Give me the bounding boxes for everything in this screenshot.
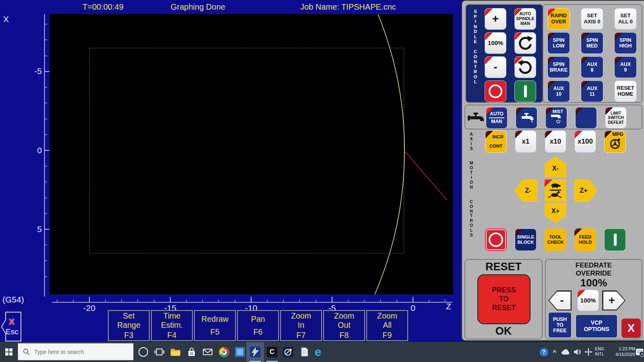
escape-button[interactable]: X Esc [1, 310, 23, 343]
redraw-button[interactable]: Redraw F5 [194, 310, 236, 341]
feedrate-100-button[interactable]: 100% [577, 290, 599, 311]
setup-aux-group: RAPID OVER SET AXIS 0 SET ALL 0 SPIN LOW… [543, 4, 642, 103]
jog-x1-button[interactable]: x1 [515, 130, 537, 153]
pan-key: F6 [254, 327, 263, 337]
task-view-icon [155, 348, 164, 356]
cnc-app-icon [250, 347, 260, 357]
auto-spindle-man-button[interactable]: AUTO SPINDLE MAN [514, 8, 536, 30]
jog-x-minus-button[interactable]: X- [545, 156, 566, 177]
microsoft-store-button[interactable] [184, 342, 200, 362]
mail-button[interactable] [200, 342, 216, 362]
onedrive-tray-button[interactable] [560, 342, 572, 362]
accessibility-tray-button[interactable] [583, 342, 594, 362]
jog-x1-label: x1 [522, 138, 530, 145]
feedrate-minus-button[interactable]: - [548, 290, 572, 311]
cnc-app-button-active[interactable] [246, 342, 264, 362]
cortana-button[interactable] [135, 342, 151, 362]
pan-button[interactable]: Pan F6 [237, 310, 279, 341]
set-range-button[interactable]: Set Range F3 [108, 310, 150, 341]
graph-region: T=00:00:49 Graphing Done Job Name: TIPSH… [0, 0, 456, 342]
spindle-ccw-button[interactable] [514, 56, 536, 78]
zoom-all-button[interactable]: Zoom All F9 [366, 310, 408, 341]
aux-8-button[interactable]: AUX 8 [581, 56, 603, 78]
spindle-100-percent-button[interactable]: 100% [485, 32, 506, 54]
search-input[interactable] [33, 348, 128, 356]
zoom-in-button[interactable]: Zoom In F7 [280, 310, 322, 341]
clockwise-arrow-icon [517, 35, 533, 51]
edge-button[interactable]: e [310, 342, 326, 362]
spindle-minus-button[interactable]: - [485, 56, 506, 78]
wizard-icon [283, 347, 293, 357]
jog-x100-button[interactable]: x100 [574, 130, 596, 153]
clock[interactable]: 1:23 PM 4/15/2020 [607, 346, 635, 358]
notification-center-button[interactable]: 3 [635, 342, 644, 362]
time-estimate-button[interactable]: Time Estim. F4 [151, 310, 193, 341]
push-to-free-button[interactable]: PUSH TO FREE [548, 312, 572, 338]
task-view-button[interactable] [151, 342, 167, 362]
limit-switch-defeat-button[interactable]: LIMIT SWITCH DEFEAT [605, 107, 627, 129]
spin-low-button[interactable]: SPIN LOW [547, 32, 570, 54]
mpg-button[interactable]: MPG [604, 130, 626, 153]
mist-coolant-button[interactable]: MIST [545, 107, 567, 129]
feed-hold-button[interactable]: FEED HOLD [574, 228, 596, 251]
aux-9-button[interactable]: AUX 9 [614, 56, 637, 78]
spin-high-button[interactable]: SPIN HIGH [614, 32, 637, 54]
spindle-start-button[interactable] [514, 80, 536, 102]
file-explorer-button[interactable] [167, 342, 184, 362]
counterclockwise-arrow-icon [517, 59, 533, 75]
set-axis-0-button[interactable]: SET AXIS 0 [581, 8, 603, 30]
jog-x-plus-button[interactable]: X+ [545, 203, 566, 224]
hidden-icons-button[interactable]: ^ [550, 342, 559, 362]
wcs-label: (G54) [2, 295, 24, 304]
coolant-spare-button[interactable] [575, 107, 597, 129]
rapid-over-button[interactable]: RAPID OVER [547, 8, 570, 30]
press-to-reset-button[interactable]: PRESS TO RESET [477, 274, 530, 324]
spindle-plus-button[interactable]: + [485, 8, 506, 30]
coolant-auto-man-button[interactable]: AUTO MAN [486, 107, 508, 129]
jog-x10-button[interactable]: x10 [545, 130, 566, 153]
rapid-move-line [405, 152, 447, 200]
set-all-0-button[interactable]: SET ALL 0 [614, 8, 637, 30]
zoom-out-label: Zoom Out [334, 311, 354, 330]
coolant-auto-label: AUTO [490, 111, 504, 117]
vcp-close-button[interactable]: X [621, 319, 641, 338]
rapid-over-label: RAPID OVER [551, 13, 567, 25]
spindle-stop-button[interactable] [485, 80, 506, 102]
incr-cont-button[interactable]: INCR CONT [485, 130, 507, 153]
feedrate-plus-button[interactable]: + [602, 290, 625, 311]
reset-home-button[interactable]: RESET HOME [614, 80, 637, 102]
zoom-out-button[interactable]: Zoom Out F8 [323, 310, 365, 341]
aux-10-button[interactable]: AUX 10 [547, 80, 570, 102]
centroid-app-button[interactable]: C [264, 342, 280, 362]
jog-z-minus-button[interactable]: Z- [514, 179, 537, 202]
jog-z-plus-button[interactable]: Z+ [574, 179, 598, 202]
wizard-app-button[interactable] [280, 342, 296, 362]
start-button[interactable] [0, 342, 18, 362]
single-block-button[interactable]: SINGLE BLOCK [515, 228, 537, 251]
chrome-button[interactable] [216, 342, 232, 362]
vcp-options-button[interactable]: VCP OPTIONS [576, 315, 617, 338]
taskbar-search[interactable] [18, 343, 134, 360]
cycle-start-button[interactable] [604, 228, 626, 251]
tool-check-button[interactable]: TOOL CHECK [545, 228, 566, 251]
escape-x-icon: X [9, 317, 14, 327]
aux-11-button[interactable]: AUX 11 [581, 80, 603, 102]
volume-tray-button[interactable] [572, 342, 583, 362]
redraw-key: F5 [211, 327, 220, 337]
time-estimate-key: F4 [167, 331, 177, 340]
spin-brake-button[interactable]: SPIN BRAKE [547, 56, 570, 78]
flood-faucet-icon [519, 112, 534, 124]
feedrate-override-value: 100% [546, 277, 642, 289]
flood-coolant-button[interactable] [516, 107, 537, 129]
store-bag-icon [187, 348, 196, 357]
reset-title: RESET [465, 261, 542, 273]
coolant-faucet-icon [467, 112, 485, 124]
get-help-tray-button[interactable]: ? [538, 342, 550, 362]
cycle-stop-button[interactable] [485, 228, 507, 251]
spindle-cw-button[interactable] [514, 32, 536, 54]
spin-med-button[interactable]: SPIN MED [581, 32, 603, 54]
jog-speed-toggle-button[interactable] [545, 179, 566, 202]
photos-button[interactable] [232, 342, 248, 362]
language-indicator[interactable]: ENG INTL [595, 346, 604, 357]
zoom-out-key: F8 [340, 331, 349, 340]
